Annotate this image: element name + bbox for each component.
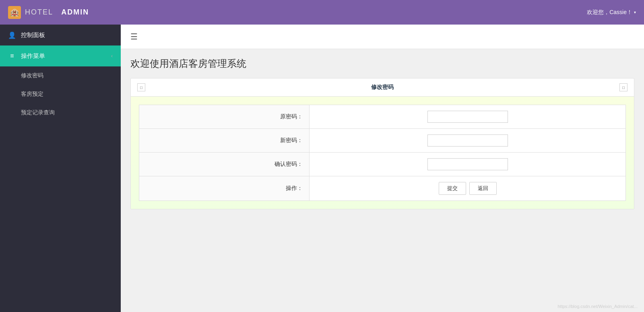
confirm-password-label: 确认密码： — [139, 153, 310, 176]
main-layout: 👤 控制面板 ≡ 操作菜单 ‹ 修改密码 客房预定 预定记录查询 ☰ 欢迎使用酒… — [0, 25, 644, 312]
card-body: 原密码： 新密码： 确认密码： — [131, 97, 634, 209]
sidebar-item-dashboard[interactable]: 👤 控制面板 — [0, 25, 121, 45]
table-row-new-password: 新密码： — [139, 129, 626, 153]
action-buttons: 提交 返回 — [316, 182, 619, 195]
logo-admin: ADMIN — [61, 8, 89, 16]
table-row-confirm-password: 确认密码： — [139, 153, 626, 176]
top-header: 🏨 HOTEL ADMIN 欢迎您，Cassie！ ▾ — [0, 0, 644, 25]
sidebar-item-change-password[interactable]: 修改密码 — [0, 66, 121, 85]
hotel-logo-icon: 🏨 — [8, 6, 21, 19]
old-password-cell — [310, 105, 626, 129]
table-row-old-password: 原密码： — [139, 105, 626, 129]
confirm-password-cell — [310, 153, 626, 176]
user-greeting: 欢迎您，Cassie！ — [587, 9, 632, 16]
card-collapse-right-icon[interactable]: □ — [619, 83, 627, 91]
old-password-label: 原密码： — [139, 105, 310, 129]
hamburger-icon[interactable]: ☰ — [130, 32, 138, 41]
new-password-input[interactable] — [427, 134, 508, 147]
user-menu[interactable]: 欢迎您，Cassie！ ▾ — [587, 9, 636, 16]
sidebar-submenu: 修改密码 客房预定 预定记录查询 — [0, 66, 121, 122]
logo-text: HOTEL ADMIN — [25, 8, 89, 17]
sidebar-operation-label: 操作菜单 — [21, 52, 106, 60]
card-header: □ 修改密码 □ — [131, 79, 634, 97]
sidebar-item-room-reservation[interactable]: 客房预定 — [0, 85, 121, 103]
logo-area: 🏨 HOTEL ADMIN — [8, 6, 89, 19]
sidebar: 👤 控制面板 ≡ 操作菜单 ‹ 修改密码 客房预定 预定记录查询 — [0, 25, 121, 312]
menu-icon: ≡ — [8, 52, 16, 60]
page-content: 欢迎使用酒店客房管理系统 □ 修改密码 □ 原密码： — [121, 49, 644, 312]
sidebar-item-reservation-query[interactable]: 预定记录查询 — [0, 103, 121, 122]
card-title: 修改密码 — [145, 84, 619, 91]
content-topbar: ☰ — [121, 25, 644, 49]
sidebar-item-operation-menu[interactable]: ≡ 操作菜单 ‹ — [0, 45, 121, 66]
submit-button[interactable]: 提交 — [439, 182, 466, 195]
collapse-arrow-icon: ‹ — [111, 53, 113, 59]
form-table: 原密码： 新密码： 确认密码： — [139, 105, 626, 201]
back-button[interactable]: 返回 — [469, 182, 497, 195]
content-area: ☰ 欢迎使用酒店客房管理系统 □ 修改密码 □ 原密码： — [121, 25, 644, 312]
watermark: https://blog.csdn.net/Weixin_Admin/cat..… — [557, 304, 638, 309]
change-password-card: □ 修改密码 □ 原密码： 新密码： — [130, 78, 634, 209]
new-password-cell — [310, 129, 626, 153]
action-cell: 提交 返回 — [310, 176, 626, 201]
chevron-down-icon: ▾ — [634, 10, 636, 14]
page-title: 欢迎使用酒店客房管理系统 — [130, 57, 634, 70]
old-password-input[interactable] — [427, 111, 508, 123]
table-row-actions: 操作： 提交 返回 — [139, 176, 626, 201]
logo-hotel: HOTEL — [25, 8, 53, 16]
new-password-label: 新密码： — [139, 129, 310, 153]
confirm-password-input[interactable] — [427, 158, 508, 170]
dashboard-icon: 👤 — [8, 31, 16, 39]
sidebar-dashboard-label: 控制面板 — [21, 31, 113, 39]
card-collapse-left-icon[interactable]: □ — [137, 83, 145, 91]
action-label: 操作： — [139, 176, 310, 201]
